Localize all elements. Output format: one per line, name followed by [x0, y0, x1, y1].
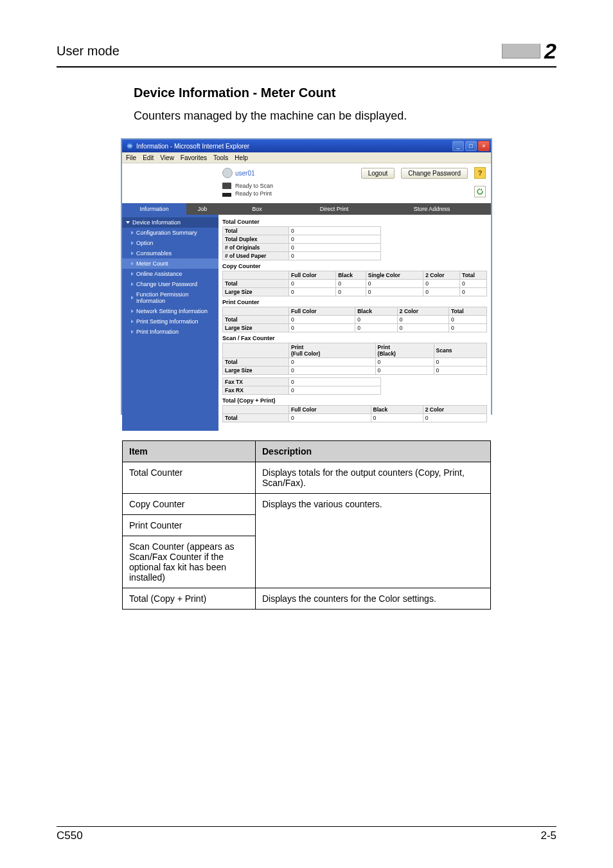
user-badge: user01: [222, 168, 255, 178]
chapter-number: 2: [544, 39, 556, 64]
tab-box[interactable]: Box: [218, 203, 296, 215]
menu-file[interactable]: File: [126, 154, 136, 161]
chevron-right-icon: [131, 251, 134, 255]
chevron-right-icon: [131, 320, 134, 323]
sidebar-item-online-assistance[interactable]: Online Assistance: [122, 269, 218, 279]
copy-counter-table: Full ColorBlackSingle Color2 ColorTotal …: [222, 271, 487, 296]
tab-job[interactable]: Job: [186, 203, 218, 215]
chevron-down-icon: [126, 221, 130, 224]
chevron-right-icon: [131, 330, 134, 334]
app-body: Device Information Configuration Summary…: [122, 215, 491, 431]
page-header: User mode 2: [57, 39, 556, 68]
sidebar-item-print-setting[interactable]: Print Setting Information: [122, 316, 218, 327]
copy-counter-heading: Copy Counter: [222, 263, 487, 269]
row-total-copy-print: Total (Copy + Print): [123, 588, 256, 610]
print-counter-heading: Print Counter: [222, 299, 487, 305]
top-right-buttons: Logout Change Password ?: [361, 167, 486, 179]
chapter-bar: [502, 44, 540, 59]
total-copy-print-heading: Total (Copy + Print): [222, 397, 487, 404]
total-copy-print-table: Full ColorBlack2 Color Total000: [222, 405, 487, 422]
menu-edit[interactable]: Edit: [143, 154, 154, 161]
sidebar-item-option[interactable]: Option: [122, 238, 218, 248]
chevron-right-icon: [131, 272, 134, 276]
sidebar-item-function-permission[interactable]: Function Permission Information: [122, 289, 218, 306]
desc-total-counter: Displays totals for the output counters …: [256, 462, 491, 494]
window-titlebar: Information - Microsoft Internet Explore…: [122, 140, 491, 152]
sidebar-header[interactable]: Device Information: [122, 217, 218, 228]
sidebar-item-change-user-password[interactable]: Change User Password: [122, 279, 218, 289]
browser-menubar: File Edit View Favorites Tools Help: [122, 152, 491, 163]
row-total-counter: Total Counter: [123, 462, 256, 494]
col-item: Item: [123, 441, 256, 462]
refresh-icon: [476, 188, 484, 195]
tab-information[interactable]: Information: [122, 203, 186, 215]
app-top-row: user01 Logout Change Password ?: [122, 163, 491, 180]
help-icon[interactable]: ?: [474, 167, 486, 179]
chevron-right-icon: [131, 282, 134, 286]
refresh-button[interactable]: [474, 186, 486, 197]
sidebar-item-network-setting[interactable]: Network Setting Information: [122, 306, 218, 316]
window-title: Information - Microsoft Internet Explore…: [123, 142, 249, 150]
running-head: User mode: [57, 44, 120, 59]
row-copy-counter: Copy Counter: [123, 494, 256, 515]
description-table: Item Description Total Counter Displays …: [122, 440, 491, 610]
chevron-right-icon: [131, 309, 134, 313]
row-scan-counter: Scan Counter (appears as Scan/Fax Counte…: [123, 536, 256, 588]
change-password-button[interactable]: Change Password: [401, 168, 468, 179]
sidebar-item-consumables[interactable]: Consumables: [122, 248, 218, 258]
chevron-right-icon: [131, 241, 134, 245]
tab-direct-print[interactable]: Direct Print: [296, 203, 373, 215]
print-counter-table: Full ColorBlack2 ColorTotal Total0000 La…: [222, 307, 487, 332]
chevron-right-icon: [131, 262, 134, 266]
footer-page: 2-5: [540, 829, 556, 842]
desc-total-copy-print: Displays the counters for the Color sett…: [256, 588, 491, 610]
chapter-badge: 2: [502, 39, 556, 64]
sidebar-item-print-information[interactable]: Print Information: [122, 327, 218, 337]
user-icon: [222, 168, 233, 178]
tab-store-address[interactable]: Store Address: [373, 203, 491, 215]
ie-icon: [126, 142, 134, 150]
maximize-button[interactable]: □: [465, 141, 477, 151]
nav-tabs: Information Job Box Direct Print Store A…: [122, 203, 491, 215]
sidebar-item-config-summary[interactable]: Configuration Summary: [122, 228, 218, 238]
total-counter-heading: Total Counter: [222, 219, 487, 225]
page: User mode 2 Device Information - Meter C…: [0, 0, 613, 868]
main-content: Total Counter Total0 Total Duplex0 # of …: [218, 215, 491, 431]
chevron-right-icon: [131, 231, 134, 235]
menu-tools[interactable]: Tools: [213, 154, 228, 161]
sidebar: Device Information Configuration Summary…: [122, 215, 218, 431]
scan-fax-counter-table: Print (Full Color)Print (Black)Scans Tot…: [222, 343, 487, 375]
close-button[interactable]: ×: [478, 141, 490, 151]
menu-help[interactable]: Help: [235, 154, 248, 161]
device-status: Ready to Scan Ready to Print: [217, 180, 491, 202]
printer-icon: [222, 190, 231, 197]
page-footer: C550 2-5: [57, 826, 556, 842]
menu-view[interactable]: View: [160, 154, 174, 161]
footer-model: C550: [57, 829, 83, 842]
logout-button[interactable]: Logout: [361, 168, 395, 179]
scanner-icon: [222, 183, 231, 189]
desc-various-counters: Displays the various counters.: [256, 494, 491, 588]
chevron-right-icon: [131, 296, 134, 300]
col-description: Description: [256, 441, 491, 462]
minimize-button[interactable]: _: [452, 141, 464, 151]
browser-screenshot: Information - Microsoft Internet Explore…: [121, 138, 492, 415]
user-name: user01: [235, 170, 255, 177]
status-scan: Ready to Scan: [235, 183, 273, 189]
total-counter-table: Total0 Total Duplex0 # of Originals0 # o…: [222, 226, 381, 260]
section-description: Counters managed by the machine can be d…: [134, 109, 556, 123]
window-buttons: _ □ ×: [452, 141, 490, 151]
sidebar-item-meter-count[interactable]: Meter Count: [122, 258, 218, 269]
menu-favorites[interactable]: Favorites: [181, 154, 207, 161]
scan-fax-counter-heading: Scan / Fax Counter: [222, 335, 487, 341]
section-title: Device Information - Meter Count: [134, 86, 556, 100]
fax-counter-table: Fax TX0 Fax RX0: [222, 377, 381, 395]
row-print-counter: Print Counter: [123, 515, 256, 536]
status-print: Ready to Print: [235, 190, 272, 197]
